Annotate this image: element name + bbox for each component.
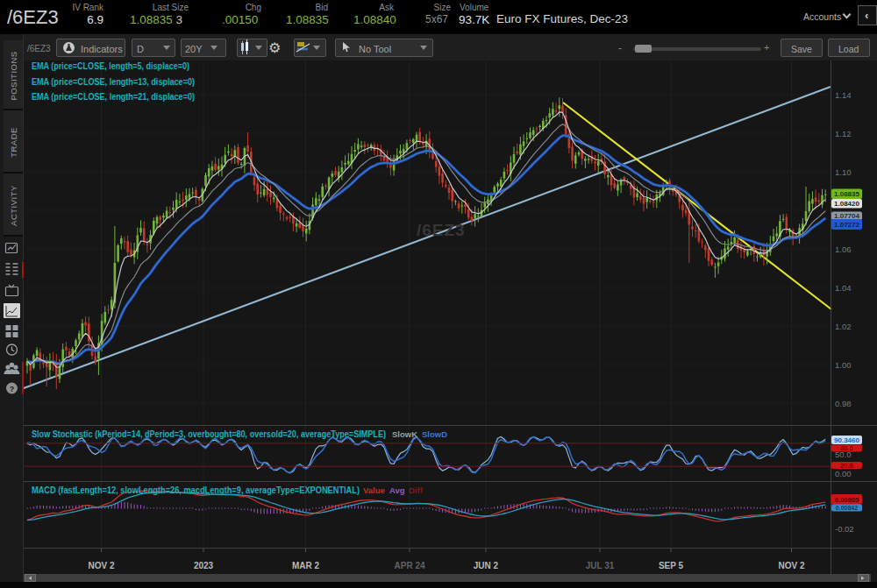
svg-text:1.14: 1.14 bbox=[835, 90, 852, 100]
svg-text:Avg: Avg bbox=[389, 485, 405, 495]
svg-text:SEP 5: SEP 5 bbox=[659, 561, 684, 570]
svg-text:1.10: 1.10 bbox=[835, 167, 852, 177]
svg-text:Slow Stochastic (kPeriod=14, d: Slow Stochastic (kPeriod=14, dPeriod=3, … bbox=[32, 429, 386, 439]
svg-text:0.00: 0.00 bbox=[835, 469, 852, 478]
svg-text:2023: 2023 bbox=[194, 561, 214, 570]
svg-text:1.06: 1.06 bbox=[835, 244, 852, 254]
svg-text:1.08420: 1.08420 bbox=[834, 200, 859, 208]
svg-text:0.00842: 0.00842 bbox=[836, 505, 858, 511]
svg-text:EMA (price=CLOSE, length=5, di: EMA (price=CLOSE, length=5, displace=0) bbox=[32, 60, 189, 71]
svg-text:MAR 2: MAR 2 bbox=[292, 561, 320, 570]
svg-text:JUN 2: JUN 2 bbox=[474, 561, 499, 570]
svg-text:1.08835: 1.08835 bbox=[834, 190, 859, 198]
svg-text:APR 24: APR 24 bbox=[394, 561, 424, 570]
svg-text:1.12: 1.12 bbox=[835, 129, 852, 138]
svg-text:1.07272: 1.07272 bbox=[834, 221, 859, 229]
svg-text:-0.02: -0.02 bbox=[835, 524, 854, 534]
svg-text:?: ? bbox=[10, 385, 15, 393]
svg-text:Value: Value bbox=[363, 485, 385, 495]
svg-text:0.98: 0.98 bbox=[835, 399, 852, 408]
svg-text:Diff: Diff bbox=[409, 485, 424, 495]
svg-text:EMA (price=CLOSE, length=13, d: EMA (price=CLOSE, length=13, displace=0) bbox=[32, 76, 195, 87]
svg-text:1.04: 1.04 bbox=[835, 283, 852, 293]
svg-text:90.3460: 90.3460 bbox=[834, 436, 859, 444]
svg-text:1.07704: 1.07704 bbox=[834, 212, 859, 220]
svg-text:50.0: 50.0 bbox=[835, 450, 852, 459]
svg-text:1.00: 1.00 bbox=[835, 360, 852, 370]
svg-text:JUL 31: JUL 31 bbox=[586, 561, 615, 570]
svg-text:NOV 2: NOV 2 bbox=[778, 561, 804, 570]
svg-text:1.02: 1.02 bbox=[835, 322, 852, 331]
svg-text:0.00905: 0.00905 bbox=[835, 496, 859, 504]
svg-text:SlowD: SlowD bbox=[422, 429, 447, 439]
svg-text:NOV 2: NOV 2 bbox=[88, 561, 114, 570]
svg-text:SlowK: SlowK bbox=[392, 429, 417, 439]
svg-text:/6EZ3: /6EZ3 bbox=[417, 221, 466, 239]
svg-text:MACD (fastLength=12, slowLengt: MACD (fastLength=12, slowLength=26, macd… bbox=[32, 485, 360, 495]
svg-text:EMA (price=CLOSE, length=21, d: EMA (price=CLOSE, length=21, displace=0) bbox=[32, 91, 195, 102]
